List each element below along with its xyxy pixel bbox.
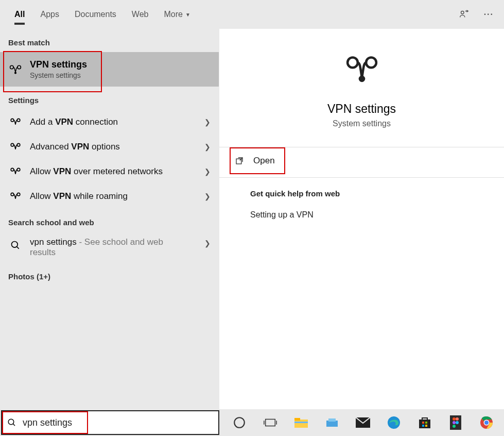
taskbar — [0, 409, 504, 436]
app-icon[interactable] — [323, 414, 341, 431]
vpn-icon — [8, 140, 23, 154]
taskbar-search[interactable] — [1, 410, 219, 435]
setting-label: Allow VPN over metered networks — [30, 166, 200, 177]
task-view-icon[interactable] — [262, 414, 279, 431]
tab-apps[interactable]: Apps — [40, 0, 59, 29]
preview-subtitle: System settings — [235, 119, 489, 128]
web-search-result[interactable]: vpn settings - See school and web result… — [0, 232, 219, 263]
chevron-right-icon: ❯ — [204, 167, 211, 176]
vpn-icon — [8, 164, 23, 179]
main-content: Best match VPN settings System settings … — [0, 29, 504, 409]
search-icon — [7, 418, 16, 427]
quick-help-header: Get quick help from web — [250, 189, 473, 198]
svg-point-9 — [17, 168, 20, 171]
web-search-label: vpn settings - See school and web result… — [30, 237, 200, 258]
results-pane: Best match VPN settings System settings … — [0, 29, 219, 409]
chevron-right-icon: ❯ — [204, 143, 211, 151]
mail-icon[interactable] — [354, 414, 372, 431]
vpn-icon — [8, 115, 23, 129]
chevron-right-icon: ❯ — [204, 192, 211, 200]
setting-add-vpn[interactable]: Add a VPN connection ❯ — [0, 110, 219, 135]
edge-icon[interactable] — [385, 414, 403, 431]
options-icon[interactable]: ··· — [484, 10, 494, 19]
preview-header: VPN settings System settings — [219, 39, 504, 144]
search-web-header: Search school and web — [0, 209, 219, 232]
tab-all[interactable]: All — [14, 0, 25, 29]
svg-point-6 — [11, 143, 14, 146]
taskbar-apps — [231, 414, 495, 431]
tab-more-label: More — [164, 10, 182, 19]
quick-help-section: Get quick help from web — [219, 178, 504, 203]
vpn-icon — [8, 189, 23, 204]
svg-point-17 — [8, 419, 14, 425]
setting-vpn-metered[interactable]: Allow VPN over metered networks ❯ — [0, 159, 219, 184]
highlight-marker — [3, 51, 102, 92]
svg-point-12 — [12, 242, 18, 248]
preview-pane: VPN settings System settings Open Get qu… — [219, 29, 504, 409]
svg-rect-27 — [419, 420, 430, 428]
svg-rect-19 — [266, 419, 275, 426]
setting-label: Add a VPN connection — [30, 117, 200, 127]
svg-point-4 — [11, 119, 14, 122]
svg-rect-20 — [294, 420, 308, 428]
svg-rect-21 — [294, 418, 300, 421]
svg-rect-29 — [425, 422, 427, 424]
filter-tabs: All Apps Documents Web More ▼ ··· — [0, 0, 504, 29]
preview-title: VPN settings — [235, 102, 489, 116]
svg-rect-24 — [328, 418, 336, 422]
tab-web[interactable]: Web — [132, 0, 149, 29]
chevron-right-icon: ❯ — [204, 118, 211, 126]
setting-advanced-vpn[interactable]: Advanced VPN options ❯ — [0, 135, 219, 159]
file-explorer-icon[interactable] — [292, 414, 310, 431]
svg-rect-30 — [422, 425, 424, 427]
quick-help-link[interactable]: Setting up a VPN — [219, 203, 504, 227]
top-right-actions: ··· — [458, 0, 494, 29]
best-match-header: Best match — [0, 29, 219, 52]
svg-point-7 — [17, 143, 20, 146]
svg-point-0 — [461, 11, 464, 14]
svg-point-35 — [453, 421, 456, 424]
svg-point-18 — [234, 417, 245, 428]
setting-vpn-roaming[interactable]: Allow VPN while roaming ❯ — [0, 184, 219, 209]
chrome-icon[interactable] — [478, 414, 495, 431]
highlight-marker — [230, 147, 285, 174]
setting-label: Advanced VPN options — [30, 142, 200, 152]
svg-point-8 — [11, 168, 14, 171]
svg-point-15 — [359, 77, 363, 81]
svg-rect-31 — [425, 425, 427, 427]
tab-documents[interactable]: Documents — [75, 0, 116, 29]
svg-point-13 — [347, 58, 358, 68]
vpn-icon — [343, 55, 380, 92]
svg-point-11 — [17, 193, 20, 196]
search-icon — [8, 238, 23, 253]
svg-point-40 — [484, 421, 489, 425]
svg-point-5 — [17, 119, 20, 122]
svg-point-10 — [11, 193, 14, 196]
cortana-icon[interactable] — [231, 414, 248, 431]
setting-label: Allow VPN while roaming — [30, 191, 200, 202]
svg-rect-28 — [422, 422, 424, 424]
svg-point-37 — [453, 425, 456, 428]
figma-icon[interactable] — [447, 414, 464, 431]
tab-more[interactable]: More ▼ — [164, 0, 190, 29]
svg-point-33 — [453, 417, 456, 421]
store-icon[interactable] — [416, 414, 433, 431]
svg-rect-22 — [294, 422, 308, 423]
svg-point-34 — [456, 417, 459, 421]
photos-header[interactable]: Photos (1+) — [0, 263, 219, 286]
search-input[interactable] — [23, 417, 187, 428]
chevron-down-icon: ▼ — [185, 12, 190, 18]
feedback-icon[interactable] — [458, 9, 470, 20]
svg-point-14 — [366, 58, 376, 68]
svg-point-36 — [456, 421, 459, 424]
chevron-right-icon: ❯ — [204, 239, 211, 247]
